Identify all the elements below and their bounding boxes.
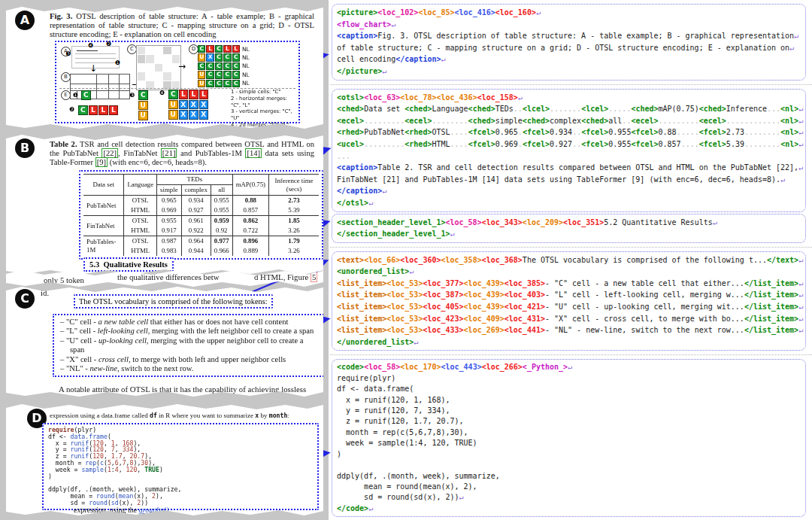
vocab-item-pre: – "U" cell -: [60, 336, 98, 345]
doctag-text: z = runif(120, 1.7, 20.7),: [337, 417, 464, 425]
grid-cell: [138, 55, 145, 62]
doctag-token: <loc_209>: [523, 218, 563, 227]
doctag-text: 2.73: [726, 128, 744, 136]
otsl-grid-row: UCCCCNL: [198, 80, 250, 87]
doctag-token: <loc_439>: [464, 290, 504, 299]
doctag-token: <nl>: [780, 140, 798, 148]
groupby-link[interactable]: groupby(): [139, 506, 169, 514]
grid-cell: [172, 47, 180, 54]
otsl-cell-L: L: [109, 105, 119, 115]
intro-text: in R where you want to summarize: [157, 412, 255, 419]
doctag-text: of table structure; C - mapping structur…: [337, 44, 789, 52]
code-token: ),: [156, 492, 163, 500]
doctag-text: ddply(df, .(month, week), summarize,: [337, 472, 500, 480]
doctag-token: <ched>: [699, 105, 726, 113]
doctags-line: <text><loc_66><loc_360><loc_358><loc_368…: [337, 254, 801, 266]
doctag-text: y = runif(120, 7, 334),: [337, 406, 450, 415]
doctag-token: <loc_405>: [423, 303, 463, 311]
cell-encoding-legend: 1 - simple cells: "C"2 - horizontal merg…: [231, 89, 298, 135]
value-cell: 1.85: [269, 216, 320, 227]
doctags-line: y = runif(120, 7, 334),: [337, 406, 801, 416]
doctag-token: </unordered_list>: [337, 338, 414, 346]
doctags-line: z = runif(120, 1.7, 20.7),: [337, 416, 801, 427]
doctag-text: ....: [450, 140, 468, 148]
citation-link[interactable]: [21]: [161, 148, 177, 158]
return-mark: ↵: [780, 175, 785, 184]
otsl-cell-L: L: [98, 105, 108, 115]
grid-cell: [146, 72, 153, 80]
doctag-token: <loc_102>: [377, 8, 418, 17]
doctag-text: ): [337, 450, 341, 458]
doctags-line: <caption>Table 2. TSR and cell detection…: [337, 162, 801, 174]
value-cell: 5.39: [269, 205, 320, 216]
doctag-token: <loc_409>: [464, 315, 504, 323]
table-header-cell: Data set: [83, 175, 124, 196]
nl-label: NL: [242, 62, 250, 69]
otsl-grid-row: CLCLLNL: [198, 45, 250, 53]
doctag-token: <loc_416>: [455, 8, 495, 17]
value-cell: 0.965: [157, 196, 181, 206]
grid-cell: [138, 64, 145, 71]
doctag-text: 0.955: [608, 128, 631, 136]
doctag-token: <ched>: [468, 105, 495, 113]
doctag-token: </code>: [337, 504, 368, 512]
doctag-text: - "NL" - new-line, switch to the next ro…: [545, 326, 744, 334]
doctag-token: <rhed>: [337, 128, 364, 136]
doctags-line: <list_item><loc_53><loc_423><loc_409><lo…: [337, 313, 801, 325]
doctag-token: <loc_58>: [364, 363, 400, 371]
value-cell: 0.88: [232, 196, 268, 206]
otsl-cell-U: U: [198, 53, 205, 61]
value-cell: 0.983: [157, 246, 181, 256]
vocab-item-pre: – "L" cell -: [60, 327, 98, 335]
figure-ref-link[interactable]: 5: [311, 272, 317, 282]
otsl-cell-C: C: [206, 62, 214, 70]
doctags-block-code: <code><loc_58><loc_170><loc_443><loc_266…: [332, 359, 806, 517]
citation-link[interactable]: [9]: [95, 157, 108, 167]
doctag-text: month = rep(c(5,6,7,8),30),: [337, 428, 468, 436]
otsl-grid-row: UXCCCNL: [198, 53, 250, 61]
vocab-item-post: , switch to the next row.: [117, 364, 193, 373]
doctags-line: </section_header_level_1>↵: [337, 228, 801, 240]
otsl-cell-C: C: [198, 62, 205, 70]
grid-cell: [138, 72, 145, 80]
example-horizontal-merge: CLLL: [78, 105, 119, 115]
doctag-token: <section_header_level_1>: [337, 218, 446, 227]
doctag-token: <loc_421>: [504, 303, 545, 311]
doctag-token: <fcel>: [468, 140, 495, 148]
grid-cell: [155, 72, 162, 80]
grid-cell: [163, 47, 171, 54]
otsl-cell-C: C: [223, 62, 231, 70]
code-token: ): [159, 466, 163, 473]
doctag-token: <nl>: [780, 117, 798, 125]
return-mark: ↵: [798, 279, 803, 287]
partial-text-grid: id.: [41, 288, 49, 297]
value-cell: 0.722: [232, 226, 268, 236]
otsl-cell-C: C: [198, 45, 205, 53]
vocab-item: – "L" cell - left-looking cell, merging …: [60, 327, 319, 336]
doctag-token: <loc_53>: [386, 315, 423, 323]
citation-link[interactable]: [14]: [245, 148, 262, 158]
doctag-token: <loc_433>: [423, 326, 463, 334]
language-cell: OTSL: [124, 216, 157, 227]
doctag-text: - "L" cell - left-looking cell, merging …: [545, 290, 744, 299]
figure-canvas: only 5 token the qualitative differences…: [0, 0, 812, 520]
doctag-token: <loc_358>: [441, 256, 481, 264]
doctag-text: df <- data.frame(: [337, 385, 414, 393]
dataset-cell: PubTables-1M: [83, 236, 124, 257]
vocab-item-pre: – "NL" -: [60, 364, 90, 373]
value-cell: 2.73: [269, 196, 320, 206]
otsl-cell-C: C: [232, 53, 240, 61]
partial-text-notable: A notable attribute of OTSL is that it h…: [59, 385, 306, 394]
code-token: week =: [48, 466, 81, 473]
doctag-text: TEDs: [495, 105, 514, 113]
doctags-line: </caption>↵: [337, 185, 801, 197]
return-mark: ↵: [798, 105, 803, 113]
doctag-token: <ucel>: [337, 140, 364, 148]
value-cell: 0.927: [181, 205, 211, 216]
otsl-encoding-grid: CLCLLNLUXCCCNLCCCCCNLUCCCCNLUCCCCNL: [198, 45, 250, 88]
block-separator: [330, 354, 812, 355]
doctag-text: ....: [450, 128, 468, 136]
doctags-line: <caption>Fig. 3. OTSL description of tab…: [337, 30, 801, 42]
otsl-cell-X: X: [189, 100, 198, 110]
doctag-token: <list_item>: [337, 279, 386, 287]
